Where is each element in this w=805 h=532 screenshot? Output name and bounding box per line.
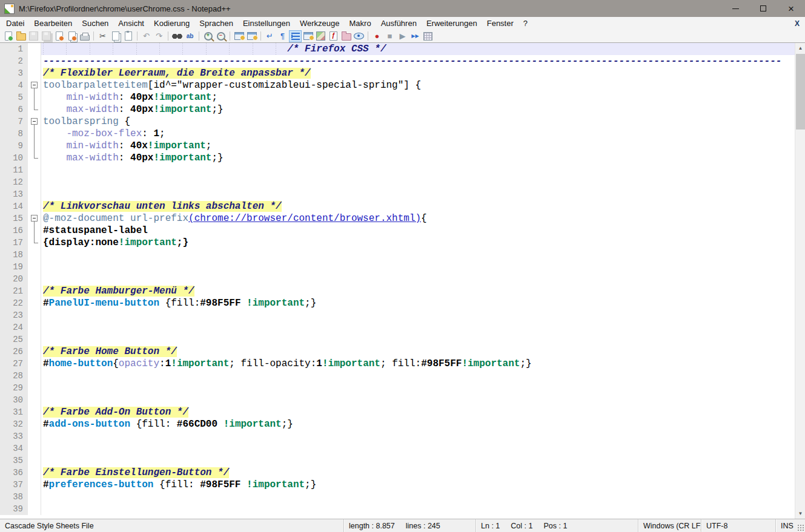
close-document-button[interactable]: X [795,19,800,28]
close-button[interactable]: × [777,0,805,17]
menu-item-sprachen[interactable]: Sprachen [194,18,238,29]
document-map-button[interactable] [314,30,327,42]
cut-button[interactable]: ✂ [96,30,109,42]
macro-record-button[interactable]: ● [371,30,383,42]
editor-line[interactable]: 13 [0,188,805,200]
editor-line[interactable]: 7toolbarspring { [0,116,805,128]
scroll-down-button[interactable]: ▼ [795,508,805,519]
scrollbar-thumb[interactable] [796,54,805,130]
editor-line[interactable]: 21/* Farbe Hamburger-Menü */ [0,285,805,297]
fold-collapse-icon[interactable] [31,215,38,222]
copy-button[interactable] [109,30,122,42]
editor-line[interactable]: 18 [0,249,805,261]
folder-as-workspace-button[interactable] [340,30,353,42]
fold-margin[interactable] [28,212,41,225]
editor-line[interactable]: 26/* Farbe Home Button */ [0,346,805,358]
macro-play-button[interactable]: ▶ [396,30,409,42]
statusbar-eol[interactable]: Windows (CR LF) [638,519,701,532]
menu-item-ausfuehren[interactable]: Ausführen [376,18,422,29]
redo-button[interactable]: ↷ [153,30,165,42]
menu-item-kodierung[interactable]: Kodierung [149,18,194,29]
statusbar-position[interactable]: Ln : 1 Col : 1 Pos : 1 [475,519,638,532]
editor-line[interactable]: 23 [0,309,805,321]
editor-line[interactable]: 2---------------------------------------… [0,55,805,67]
show-indent-guide-button[interactable] [289,30,302,42]
editor-line[interactable]: 3/* Flexibler Leerraum, die Breite anpas… [0,67,805,79]
close-file-button[interactable] [53,30,65,42]
editor-line[interactable]: 6 max-width: 40px!important;} [0,103,805,116]
editor-line[interactable]: 9 min-width: 40x!important; [0,140,805,152]
editor-area[interactable]: 1 /* Firefox CSS */2--------------------… [0,43,805,519]
scroll-up-button[interactable]: ▲ [795,43,805,53]
menu-item-hilfe[interactable]: ? [518,18,532,29]
user-defined-dialog-button[interactable] [302,30,314,42]
macro-save-button[interactable] [422,30,434,42]
editor-line[interactable]: 37#preferences-button {fill: #98F5FF !im… [0,479,805,491]
editor-line[interactable]: 35 [0,455,805,467]
find-button[interactable] [171,30,184,42]
editor-line[interactable]: 33 [0,430,805,442]
editor-line[interactable]: 11 [0,164,805,176]
open-file-button[interactable] [15,30,27,42]
editor-line[interactable]: 32#add-ons-button {fill: #66CD00 !import… [0,418,805,430]
menu-item-einstellungen[interactable]: Einstellungen [238,18,295,29]
menu-item-bearbeiten[interactable]: Bearbeiten [29,18,77,29]
replace-button[interactable]: ab [184,30,196,42]
editor-line[interactable]: 34 [0,442,805,455]
editor-line[interactable]: 24 [0,321,805,333]
macro-run-multiple-button[interactable]: ▶▶ [409,30,422,42]
zoom-out-button[interactable]: − [214,30,227,42]
function-list-button[interactable]: ƒ [327,30,340,42]
editor-line[interactable]: 29 [0,382,805,394]
sync-vertical-scrolling-button[interactable] [233,30,245,42]
word-wrap-button[interactable]: ↵ [263,30,276,42]
editor-line[interactable]: 5 min-width: 40px!important; [0,91,805,103]
menu-item-suchen[interactable]: Suchen [77,18,113,29]
editor-line[interactable]: 12 [0,176,805,188]
editor-line[interactable]: 15@-moz-document url-prefix(chrome://bro… [0,212,805,225]
editor-line[interactable]: 22#PanelUI-menu-button {fill:#98F5FF !im… [0,297,805,309]
save-all-button[interactable] [40,30,53,42]
undo-button[interactable]: ↶ [140,30,153,42]
monitoring-button[interactable] [353,30,365,42]
editor-line[interactable]: 36/* Farbe Einstellungen-Button */ [0,467,805,479]
maximize-button[interactable] [749,0,777,17]
show-all-characters-button[interactable]: ¶ [276,30,289,42]
menu-item-werkzeuge[interactable]: Werkzeuge [295,18,345,29]
editor-line[interactable]: 30 [0,394,805,406]
close-all-files-button[interactable] [65,30,78,42]
zoom-in-button[interactable]: + [202,30,214,42]
menu-item-ansicht[interactable]: Ansicht [113,18,149,29]
editor-line[interactable]: 4toolbarpaletteitem[id^="wrapper-customi… [0,79,805,91]
editor-line[interactable]: 1 /* Firefox CSS */ [0,43,805,55]
new-file-button[interactable] [2,30,15,42]
editor-line[interactable]: 19 [0,261,805,273]
menu-item-makro[interactable]: Makro [345,18,376,29]
editor-line[interactable]: 17{display:none!important;} [0,237,805,249]
editor-line[interactable]: 14/* Linkvorschau unten links abschalten… [0,200,805,212]
editor-line[interactable]: 31/* Farbe Add-On Button */ [0,406,805,418]
statusbar-encoding[interactable]: UTF-8 [701,519,775,532]
sync-horizontal-scrolling-button[interactable] [245,30,258,42]
fold-collapse-icon[interactable] [31,82,38,88]
editor-line[interactable]: 10 max-width: 40px!important;} [0,152,805,164]
vertical-scrollbar[interactable]: ▲ ▼ [795,43,805,519]
menu-item-erweiterungen[interactable]: Erweiterungen [422,18,482,29]
editor-line[interactable]: 27#home-button{opacity:1!important; fill… [0,358,805,370]
fold-margin[interactable] [28,116,41,128]
editor-line[interactable]: 38 [0,491,805,503]
editor-line[interactable]: 28 [0,370,805,382]
editor-line[interactable]: 16#statuspanel-label [0,225,805,237]
editor-line[interactable]: 25 [0,333,805,346]
fold-margin[interactable] [28,79,41,91]
editor-line[interactable]: 8 -moz-box-flex: 1; [0,128,805,140]
print-button[interactable] [78,30,91,42]
resize-grip[interactable] [797,524,804,531]
paste-button[interactable] [122,30,134,42]
menu-item-fenster[interactable]: Fenster [482,18,518,29]
save-button[interactable] [27,30,40,42]
editor-line[interactable]: 39 [0,503,805,515]
fold-collapse-icon[interactable] [31,118,38,125]
editor-line[interactable]: 20 [0,273,805,285]
minimize-button[interactable] [721,0,749,17]
